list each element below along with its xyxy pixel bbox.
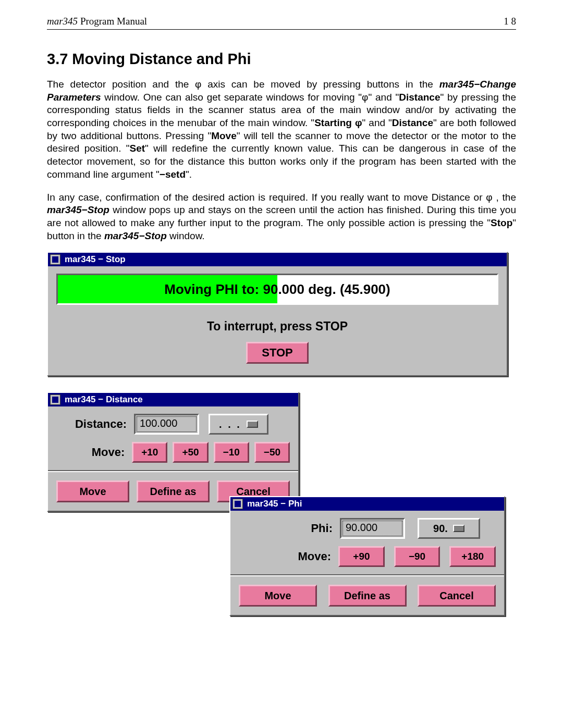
phi-window: mar345 − Phi Phi: 90.000 90. Move: +90 −…: [229, 496, 505, 616]
phi-window-title: mar345 − Phi: [247, 499, 302, 509]
phi-input[interactable]: 90.000: [340, 518, 405, 539]
move-label: Move:: [239, 550, 331, 563]
dropdown-label: 90.: [433, 523, 448, 535]
step-minus-50[interactable]: −50: [254, 442, 290, 463]
step-plus-50[interactable]: +50: [173, 442, 208, 463]
phi-define-button[interactable]: Define as: [328, 585, 407, 607]
system-menu-icon[interactable]: [50, 394, 60, 405]
move-label: Move:: [56, 446, 125, 459]
step-plus-90[interactable]: +90: [338, 546, 385, 567]
distance-define-button[interactable]: Define as: [137, 480, 210, 502]
system-menu-icon[interactable]: [50, 254, 60, 265]
distance-input[interactable]: 100.000: [134, 414, 199, 435]
stop-titlebar[interactable]: mar345 − Stop: [48, 253, 507, 266]
step-plus-10[interactable]: +10: [132, 442, 167, 463]
distance-label: Distance:: [56, 417, 127, 431]
phi-label: Phi:: [239, 522, 333, 535]
progress-bar: Moving PHI to: 90.000 deg. (45.900): [56, 274, 498, 305]
phi-move-button[interactable]: Move: [239, 585, 317, 607]
progress-label: Moving PHI to: 90.000 deg. (45.900): [164, 281, 390, 298]
section-heading: 3.7 Moving Distance and Phi: [47, 51, 516, 68]
distance-move-button[interactable]: Move: [56, 480, 129, 502]
system-menu-icon[interactable]: [232, 499, 243, 509]
page-number: 1 8: [504, 16, 516, 27]
step-plus-180[interactable]: +180: [449, 546, 496, 567]
header-rule: [47, 29, 516, 30]
chevron-down-icon: [453, 525, 464, 532]
distance-window: mar345 − Distance Distance: 100.000 . . …: [47, 392, 299, 512]
phi-titlebar[interactable]: mar345 − Phi: [230, 497, 504, 511]
separator: [48, 470, 298, 472]
stop-window: mar345 − Stop Moving PHI to: 90.000 deg.…: [47, 252, 508, 376]
distance-window-title: mar345 − Distance: [65, 394, 143, 405]
stop-button[interactable]: STOP: [246, 342, 309, 364]
stop-instruction: To interrupt, press STOP: [56, 319, 498, 334]
stop-window-title: mar345 − Stop: [65, 254, 126, 265]
paragraph-1: The detector position and the φ axis can…: [47, 78, 516, 181]
step-minus-10[interactable]: −10: [214, 442, 249, 463]
page-header: mar345 Program Manual 1 8: [47, 16, 516, 27]
chevron-down-icon: [247, 421, 258, 428]
header-title: Program Manual: [78, 16, 147, 27]
step-minus-90[interactable]: −90: [394, 546, 440, 567]
separator: [230, 574, 504, 576]
header-product: mar345: [47, 16, 78, 27]
phi-cancel-button[interactable]: Cancel: [418, 585, 496, 607]
paragraph-2: In any case, confirmation of the desired…: [47, 191, 516, 243]
dropdown-label: . . .: [219, 418, 241, 430]
distance-titlebar[interactable]: mar345 − Distance: [48, 393, 298, 406]
distance-dropdown[interactable]: . . .: [209, 414, 268, 435]
phi-dropdown[interactable]: 90.: [418, 518, 480, 539]
